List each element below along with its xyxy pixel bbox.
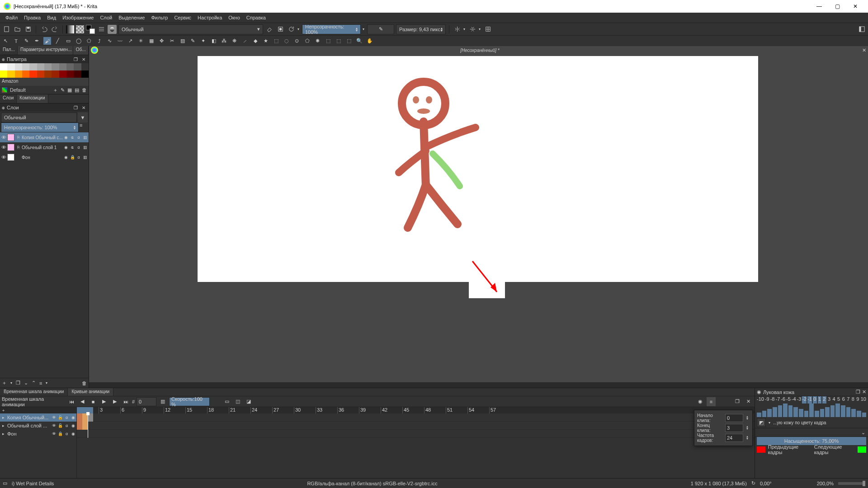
onion-icon[interactable]: ◉ [63, 135, 69, 140]
bezier-tool-icon[interactable]: ∿ [106, 37, 113, 45]
workspace-icon[interactable] [857, 25, 866, 34]
zoom-slider[interactable] [838, 482, 865, 485]
color-swatch[interactable] [86, 25, 95, 34]
tl-opt2-icon[interactable]: ◫ [233, 397, 242, 406]
tl-opt1-icon[interactable]: ▭ [222, 397, 231, 406]
move-up-icon[interactable]: ⌃ [32, 380, 36, 386]
palette-swatches[interactable] [0, 63, 89, 78]
close-icon[interactable]: ✕ [862, 389, 866, 395]
grid2-icon[interactable]: ▤ [75, 87, 79, 93]
tab-layers[interactable]: Слои [0, 94, 17, 103]
tl-opt3-icon[interactable]: ◪ [244, 397, 253, 406]
close-icon[interactable]: ✕ [80, 56, 87, 62]
freehand-select-icon[interactable]: ⊙ [293, 37, 301, 45]
mirror-h-icon[interactable] [453, 25, 462, 34]
maximize-button[interactable]: ▢ [828, 0, 846, 13]
ellipse-select-icon[interactable]: ◌ [283, 37, 290, 45]
brush-preset-icon[interactable] [108, 25, 117, 34]
layer-menu-icon[interactable]: ≡ [80, 122, 88, 132]
timeline-menu-icon[interactable]: ≡ [707, 397, 716, 406]
eraser-icon[interactable] [265, 25, 274, 34]
size-slider[interactable]: Размер: 9,43 пикс.▲▼ [396, 24, 446, 34]
timeline-grid[interactable]: 036912151821242730333639424548515457 [77, 407, 755, 478]
fill-tool-icon[interactable]: ▨ [179, 37, 186, 45]
drop-frames-icon[interactable]: ▥ [158, 397, 167, 406]
add-layer-icon[interactable]: ＋ [2, 380, 7, 386]
menu-filter[interactable]: Фильтр [148, 14, 170, 21]
float-icon[interactable]: ❐ [856, 389, 860, 395]
menu-tools[interactable]: Сервис [171, 14, 194, 21]
blend-mode-combo[interactable]: Обычный▾ [118, 24, 263, 34]
grid1-icon[interactable]: ▦ [67, 87, 72, 93]
onion-icon[interactable]: ◉ [63, 155, 69, 160]
rect-select-icon[interactable]: ⬚ [272, 37, 280, 45]
move-tool-icon[interactable]: ↖ [2, 37, 9, 45]
timeline-layer-row[interactable]: ▸Копия Обычный...👁🔓α◉ [0, 413, 76, 422]
contiguous-select-icon[interactable]: ✺ [314, 37, 321, 45]
smart-patch-icon[interactable]: ✦ [199, 37, 207, 45]
assistant-tool-icon[interactable]: ◆ [251, 37, 259, 45]
tint-icon[interactable]: ◩ [757, 418, 766, 427]
redo-icon[interactable] [50, 25, 59, 34]
reference-tool-icon[interactable]: ★ [262, 37, 269, 45]
canvas[interactable] [89, 54, 868, 382]
play-icon[interactable]: ▶ [99, 397, 108, 406]
timeline-layer-row[interactable]: ▸Фон👁🔒α◉ [0, 430, 76, 438]
onion-toggle-icon[interactable]: ◉ [757, 389, 761, 395]
close-document-icon[interactable]: ✕ [860, 47, 868, 53]
layer-row[interactable]: 👁⎘Копия Обычный с...◉⍺α▥ [0, 132, 89, 142]
lock-icon[interactable]: 🔒 [70, 155, 75, 160]
gradient-tool-icon[interactable]: ◧ [210, 37, 217, 45]
undo-icon[interactable] [39, 25, 48, 34]
next-frame-icon[interactable]: ▶ [110, 397, 119, 406]
timeline-row[interactable] [77, 430, 755, 438]
inherit-alpha-icon[interactable]: ▥ [82, 155, 88, 160]
pattern-tool-icon[interactable]: ⁂ [220, 37, 228, 45]
stop-icon[interactable]: ■ [89, 397, 98, 406]
edit-shapes-icon[interactable]: ✎ [23, 37, 30, 45]
visibility-icon[interactable]: 👁 [1, 155, 6, 160]
menu-edit[interactable]: Правка [21, 14, 43, 21]
delete-swatch-icon[interactable]: 🗑 [82, 87, 87, 93]
next-color-swatch[interactable] [858, 446, 866, 453]
prev-color-swatch[interactable] [757, 446, 765, 453]
layer-blend-combo[interactable]: Обычный [1, 113, 77, 122]
menu-help[interactable]: Справка [244, 14, 269, 21]
goto-start-icon[interactable]: ⏮ [67, 397, 76, 406]
frame-number-input[interactable]: 0 [137, 397, 156, 406]
dock-tab-palette[interactable]: Пал... [0, 46, 18, 55]
clip-end-input[interactable]: 3 [725, 424, 743, 432]
fps-input[interactable]: 24 [725, 434, 743, 442]
inherit-alpha-icon[interactable]: ▥ [82, 135, 88, 140]
multibrush-icon[interactable]: ✳ [137, 37, 145, 45]
layer-opacity-slider[interactable]: Непрозрачность: 100%▲▼ [1, 122, 79, 132]
similar-select-icon[interactable]: ⬚ [324, 37, 332, 45]
tab-curves[interactable]: Кривые анимации [68, 388, 113, 396]
magnetic-select-icon[interactable]: ⬚ [345, 37, 353, 45]
brush-settings-icon[interactable] [97, 25, 106, 34]
wrap-icon[interactable] [483, 25, 492, 34]
filter-icon[interactable]: ▼ [78, 113, 88, 122]
tab-timeline[interactable]: Временная шкала анимации [0, 388, 68, 396]
menu-layer[interactable]: Слой [97, 14, 115, 21]
text-tool-icon[interactable]: T [12, 37, 20, 45]
new-file-icon[interactable] [2, 25, 11, 34]
poly-select-icon[interactable]: ⬠ [303, 37, 311, 45]
menu-file[interactable]: Файл [3, 14, 20, 21]
pattern-preview[interactable] [76, 25, 84, 33]
float-icon[interactable]: ❐ [733, 397, 742, 406]
measure-tool-icon[interactable]: ⟋ [241, 37, 249, 45]
rect-tool-icon[interactable]: ▭ [64, 37, 72, 45]
freehand-path-icon[interactable]: 〰 [116, 37, 124, 45]
transform-tool-icon[interactable]: ▦ [147, 37, 155, 45]
onion-bars[interactable] [755, 404, 868, 417]
menu-select[interactable]: Выделение [116, 14, 147, 21]
alpha-icon[interactable]: α [76, 155, 81, 160]
flow-icon[interactable]: ✎ [367, 24, 394, 34]
lock-icon[interactable]: ⍺ [70, 145, 75, 150]
crop-tool-icon[interactable]: ✂ [168, 37, 176, 45]
minimize-button[interactable]: — [810, 0, 828, 13]
deform-tool-icon[interactable]: ❋ [231, 37, 238, 45]
dock-tab-tooloptions[interactable]: Параметры инструмен... [18, 46, 73, 55]
status-zoom[interactable]: 200,0% [817, 481, 834, 486]
